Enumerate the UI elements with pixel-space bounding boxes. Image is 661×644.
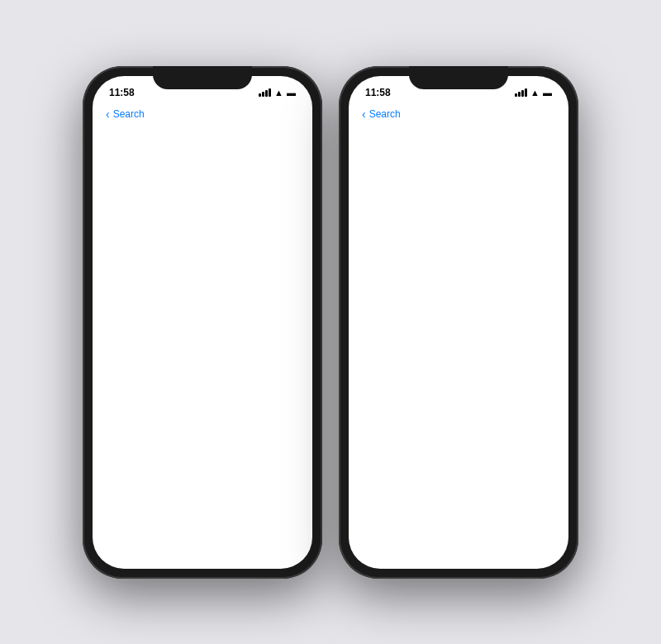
wifi-icon-right: ▲ [530, 88, 540, 98]
battery-icon-left: ▬ [287, 88, 296, 98]
phone-right: 11:58 ▲ ▬ ‹ Search [339, 66, 578, 579]
nav-bar-left: ‹ Search [93, 106, 312, 126]
screen-right: 11:58 ▲ ▬ ‹ Search [349, 76, 568, 569]
notch-right [409, 66, 508, 89]
back-arrow-right: ‹ [362, 107, 366, 121]
status-icons-right: ▲ ▬ [515, 88, 552, 98]
nav-back-label-right: Search [369, 108, 401, 120]
signal-icon-right [515, 88, 527, 97]
nav-back-label-left: Search [113, 108, 145, 120]
screen-left: 11:58 ▲ ▬ ‹ Search [93, 76, 312, 569]
battery-icon-right: ▬ [543, 88, 552, 98]
nav-bar-right: ‹ Search [349, 106, 568, 126]
phone-left: 11:58 ▲ ▬ ‹ Search [83, 66, 322, 579]
wifi-icon-left: ▲ [274, 88, 283, 98]
back-arrow-left: ‹ [106, 107, 110, 121]
signal-icon-left [259, 88, 271, 97]
time-left: 11:58 [109, 87, 135, 98]
status-icons-left: ▲ ▬ [259, 88, 296, 98]
time-right: 11:58 [365, 87, 391, 98]
notch-left [153, 66, 252, 89]
